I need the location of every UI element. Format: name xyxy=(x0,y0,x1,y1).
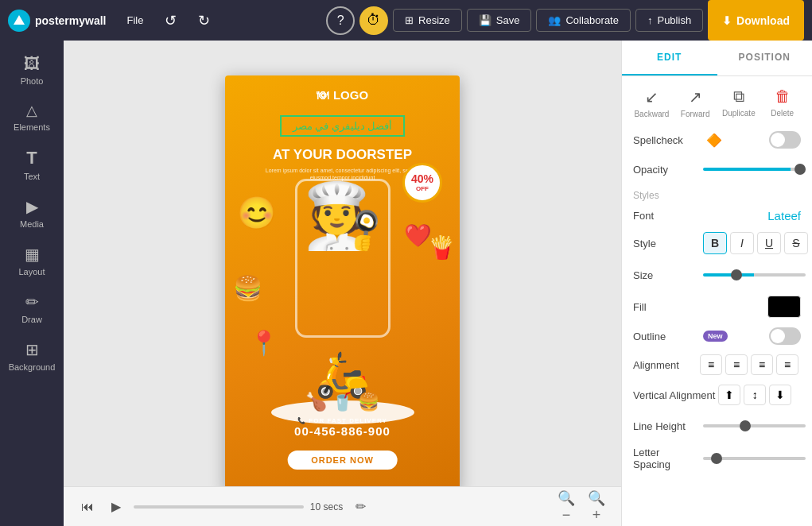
edit-timeline-button[interactable]: ✏ xyxy=(349,496,371,518)
help-icon: ? xyxy=(337,14,344,28)
spellcheck-row: Spellcheck 🔶 xyxy=(633,131,801,149)
valign-bottom-button[interactable]: ⬇ xyxy=(769,385,791,405)
underline-button[interactable]: U xyxy=(757,232,781,254)
sidebar-item-photo[interactable]: 🖼 Photo xyxy=(5,48,59,92)
timer-button[interactable]: ⏱ xyxy=(359,6,388,35)
action-forward[interactable]: ↗ Forward xyxy=(677,87,714,118)
toolbar: postermywall File ↺ ↻ ? ⏱ ⊞ Resize 💾 Sav… xyxy=(0,0,812,41)
new-badge: New xyxy=(703,331,728,342)
poster-content: 🍽 LOGO أفضل ديليفري في مصر AT YOUR DOORS… xyxy=(225,75,460,492)
poster-burger: 🍔 xyxy=(233,274,262,302)
tab-position[interactable]: POSITION xyxy=(717,41,813,75)
layout-icon: ▦ xyxy=(25,245,40,264)
panel-actions-row: ↙ Backward ↗ Forward ⧉ Duplicate 🗑 Delet… xyxy=(633,87,801,118)
outline-toggle[interactable] xyxy=(769,327,801,345)
line-height-slider[interactable] xyxy=(703,424,806,427)
sidebar-item-elements[interactable]: △ Elements xyxy=(5,95,59,138)
publish-button[interactable]: ↑ Publish xyxy=(635,9,703,32)
poster-order-button[interactable]: ORDER NOW xyxy=(287,451,398,470)
style-buttons: B I U S xyxy=(703,232,808,254)
spellcheck-label: Spellcheck xyxy=(633,134,697,146)
line-height-label: Line Height xyxy=(633,420,697,432)
resize-button[interactable]: ⊞ Resize xyxy=(393,9,462,32)
fast-delivery-label: FOR FAST DELIVERY xyxy=(309,417,387,424)
collaborate-button[interactable]: 👥 Collaborate xyxy=(536,9,631,32)
discount-off: OFF xyxy=(416,185,429,192)
panel-body: ↙ Backward ↗ Forward ⧉ Duplicate 🗑 Delet… xyxy=(622,76,812,526)
poster-delivery-person: 🧑‍🍳 xyxy=(303,179,383,253)
discount-number: 40% xyxy=(411,172,433,185)
strikethrough-button[interactable]: S xyxy=(784,232,808,254)
sidebar-item-layout[interactable]: ▦ Layout xyxy=(5,238,59,283)
style-row: Style B I U S xyxy=(633,232,801,254)
valign-top-button[interactable]: ⬆ xyxy=(718,385,740,405)
panel-tabs: EDIT POSITION xyxy=(622,41,812,76)
style-label: Style xyxy=(633,238,697,249)
align-center-button[interactable]: ≡ xyxy=(725,354,748,375)
opacity-label: Opacity xyxy=(633,164,697,176)
help-button[interactable]: ? xyxy=(326,6,355,35)
font-row: Font Lateef xyxy=(633,209,801,222)
canvas-area[interactable]: 🍽 LOGO أفضل ديليفري في مصر AT YOUR DOORS… xyxy=(64,41,621,526)
save-button[interactable]: 💾 Save xyxy=(467,9,532,32)
skip-back-button[interactable]: ⏮ xyxy=(76,496,99,518)
canvas-container: 🍽 LOGO أفضل ديليفري في مصر AT YOUR DOORS… xyxy=(225,75,460,492)
tab-edit[interactable]: EDIT xyxy=(622,41,717,75)
download-label: Download xyxy=(736,14,790,27)
align-right-button[interactable]: ≡ xyxy=(751,354,773,375)
poster[interactable]: 🍽 LOGO أفضل ديليفري في مصر AT YOUR DOORS… xyxy=(225,75,460,492)
poster-food-items: 🍟 xyxy=(428,234,456,261)
poster-phone-strip: 📞 FOR FAST DELIVERY 00-456-886-900 xyxy=(251,417,434,438)
outline-toggle-knob xyxy=(771,329,785,343)
timeline-bar[interactable] xyxy=(134,505,304,509)
sidebar-item-layout-label: Layout xyxy=(18,267,45,277)
resize-icon: ⊞ xyxy=(405,14,414,26)
bold-button[interactable]: B xyxy=(703,232,727,254)
action-duplicate[interactable]: ⧉ Duplicate xyxy=(721,87,758,118)
valign-middle-button[interactable]: ↕ xyxy=(744,385,766,405)
fill-label: Fill xyxy=(633,301,697,313)
playback-controls: ⏮ ▶ 10 secs ✏ 🔍− 🔍+ xyxy=(64,486,621,526)
spellcheck-toggle[interactable] xyxy=(769,131,801,149)
brand-name: postermywall xyxy=(35,14,106,27)
sidebar-item-media-label: Media xyxy=(20,219,44,229)
sidebar-item-elements-label: Elements xyxy=(14,122,50,132)
brand: postermywall xyxy=(8,10,106,32)
poster-discount: 40% OFF xyxy=(402,163,442,203)
opacity-slider[interactable] xyxy=(703,168,806,171)
delete-label: Delete xyxy=(771,109,794,118)
sidebar-item-draw[interactable]: ✏ Draw xyxy=(5,286,59,331)
outline-label: Outline xyxy=(633,331,697,342)
sidebar-item-photo-label: Photo xyxy=(21,76,44,86)
background-icon: ⊞ xyxy=(25,340,39,359)
alignment-row: Alignment ≡ ≡ ≡ ≡ xyxy=(633,354,801,375)
letter-spacing-slider[interactable] xyxy=(703,457,806,460)
fast-delivery-text: 📞 FOR FAST DELIVERY xyxy=(251,417,434,424)
zoom-in-button[interactable]: 🔍+ xyxy=(585,495,608,519)
align-justify-button[interactable]: ≡ xyxy=(776,354,798,375)
action-delete[interactable]: 🗑 Delete xyxy=(763,87,801,118)
sidebar-item-background[interactable]: ⊞ Background xyxy=(5,334,59,378)
undo-button[interactable]: ↺ xyxy=(156,6,185,35)
sidebar-item-text[interactable]: T Text xyxy=(5,141,59,188)
italic-button[interactable]: I xyxy=(730,232,754,254)
sidebar-item-media[interactable]: ▶ Media xyxy=(5,191,59,235)
file-menu-button[interactable]: File xyxy=(118,10,151,31)
font-name[interactable]: Lateef xyxy=(767,209,801,222)
tab-position-label: POSITION xyxy=(739,52,791,63)
redo-button[interactable]: ↻ xyxy=(189,6,218,35)
size-slider[interactable] xyxy=(703,273,806,277)
publish-label: Publish xyxy=(657,14,691,26)
letter-spacing-label: Letter Spacing xyxy=(633,447,697,470)
zoom-out-icon: 🔍− xyxy=(554,489,578,524)
fill-color-swatch[interactable] xyxy=(767,296,801,318)
zoom-out-button[interactable]: 🔍− xyxy=(554,495,578,519)
poster-bottom-food: 🍗 🥤 🍔 xyxy=(305,392,379,412)
action-backward[interactable]: ↙ Backward xyxy=(633,87,670,118)
download-icon: ⬇ xyxy=(722,14,732,27)
poster-logo: 🍽 LOGO xyxy=(317,88,368,102)
heart-emoji: ❤️ xyxy=(404,222,432,249)
download-button[interactable]: ⬇ Download xyxy=(708,0,804,41)
play-button[interactable]: ▶ xyxy=(105,496,127,518)
align-left-button[interactable]: ≡ xyxy=(700,354,722,375)
